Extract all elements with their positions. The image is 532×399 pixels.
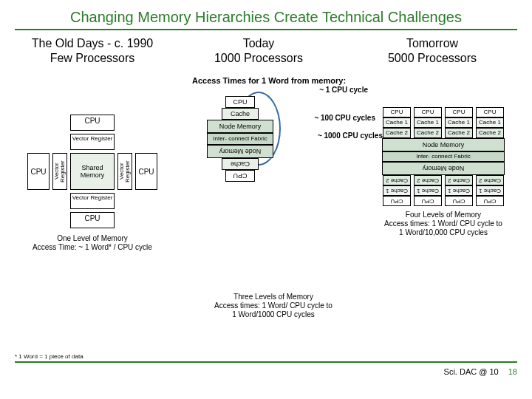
tom-c1: Cache 1 (383, 117, 411, 128)
tom-cpu: CPU (476, 107, 504, 117)
old-cpu-bottom: CPU (70, 212, 115, 228)
tom-cpu: CPU (414, 107, 442, 117)
tom-cpu-row-top: CPU CPU CPU CPU (369, 107, 517, 117)
tom-c2: Cache 2 (383, 128, 411, 138)
tom-ic: Inter- connect Fabric (382, 151, 505, 162)
footnote: * 1 Word = 1 piece of data (15, 353, 83, 360)
footer-rule (15, 361, 517, 363)
tom-c1-row-top: Cache 1 Cache 1 Cache 1 Cache 1 (369, 117, 517, 128)
old-caption: One Level of Memory Access Time: ~ 1 Wor… (15, 234, 170, 252)
old-days-diagram: CPU Vector Register CPU Vector Register … (15, 115, 170, 252)
today-cache-bottom: Cache (222, 158, 259, 170)
col-old-head: The Old Days - c. 1990 Few Processors (15, 36, 170, 66)
tom-c1: Cache 1 (445, 117, 473, 128)
tom-c2-row-top: Cache 2 Cache 2 Cache 2 Cache 2 (369, 128, 517, 138)
col-tom-head: Tomorrow 5000 Processors (347, 36, 517, 66)
today-ic: Inter- connect Fabric (207, 133, 273, 145)
footer-conf: Sci. DAC @ 10 (444, 367, 499, 376)
tom-nm-top: Node Memory (382, 138, 505, 151)
old-vr-top: Vector Register (70, 134, 115, 150)
tom-c2: Cache 2 (414, 175, 442, 185)
tom-c1: Cache 1 (476, 185, 504, 196)
tom-c2: Cache 2 (445, 128, 473, 138)
today-cache-top: Cache (222, 108, 259, 120)
tom-c2-row-bot: Cache 2 Cache 2 Cache 2 Cache 2 (369, 175, 517, 185)
access-times-heading: Access Times for 1 Word from memory: (192, 76, 355, 86)
tom-cpu: CPU (383, 107, 411, 117)
tom-c2: Cache 2 (445, 175, 473, 185)
tom-c1: Cache 1 (383, 185, 411, 196)
tom-c1-row-bot: Cache 1 Cache 1 Cache 1 Cache 1 (369, 185, 517, 196)
old-shared-memory: Shared Memory (70, 153, 115, 190)
col-old-line1: The Old Days - c. 1990 (15, 36, 170, 51)
tom-c2: Cache 2 (476, 175, 504, 185)
old-vr-bottom: Vector Register (70, 193, 115, 209)
tom-c2: Cache 2 (476, 128, 504, 138)
col-old-line2: Few Processors (15, 51, 170, 66)
old-cpu-left: CPU (27, 153, 50, 190)
footer: Sci. DAC @ 10 18 (444, 367, 517, 376)
col-tom-line1: Tomorrow (347, 36, 517, 51)
tomorrow-diagram: CPU CPU CPU CPU Cache 1 Cache 1 Cache 1 … (369, 107, 517, 237)
slide-title: Changing Memory Hierarchies Create Techn… (15, 0, 517, 30)
column-headers: The Old Days - c. 1990 Few Processors To… (0, 36, 532, 66)
col-today-head: Today 1000 Processors (174, 36, 344, 66)
tom-nm-bot: Node Memory (382, 162, 505, 175)
page-number: 18 (508, 367, 517, 376)
today-cpu-top: CPU (225, 96, 255, 108)
col-tom-line2: 5000 Processors (347, 51, 517, 66)
tom-cpu: CPU (445, 196, 473, 206)
old-cpu-top: CPU (70, 115, 115, 131)
today-diagram: Access Times for 1 Word from memory: ~ 1… (192, 76, 355, 319)
cycle-1-label: ~ 1 CPU cycle (319, 86, 368, 94)
today-nm-top: Node Memory (207, 120, 273, 133)
today-cpu-bottom: CPU (225, 170, 255, 182)
diagram-body: CPU Vector Register CPU Vector Register … (0, 70, 532, 381)
cycle-100-label: ~ 100 CPU cycles (314, 114, 375, 122)
tom-c2: Cache 2 (383, 175, 411, 185)
today-caption: Three Levels of Memory Access times: 1 W… (192, 293, 355, 319)
tom-c2: Cache 2 (414, 128, 442, 138)
col-today-line2: 1000 Processors (174, 51, 344, 66)
tom-c1: Cache 1 (414, 185, 442, 196)
today-nm-bottom: Node Memory (207, 145, 273, 158)
old-vr-right: Vector Register (117, 153, 132, 190)
tomorrow-caption: Four Levels of Memory Access times: 1 Wo… (369, 211, 517, 237)
tom-cpu: CPU (476, 196, 504, 206)
col-today-line1: Today (174, 36, 344, 51)
tom-cpu-row-bot: CPU CPU CPU CPU (369, 196, 517, 206)
tom-cpu: CPU (414, 196, 442, 206)
tom-c1: Cache 1 (414, 117, 442, 128)
tom-cpu: CPU (383, 196, 411, 206)
old-vr-left: Vector Register (52, 153, 67, 190)
tom-c1: Cache 1 (445, 185, 473, 196)
tom-c1: Cache 1 (476, 117, 504, 128)
tom-cpu: CPU (445, 107, 473, 117)
old-cpu-right: CPU (135, 153, 157, 190)
